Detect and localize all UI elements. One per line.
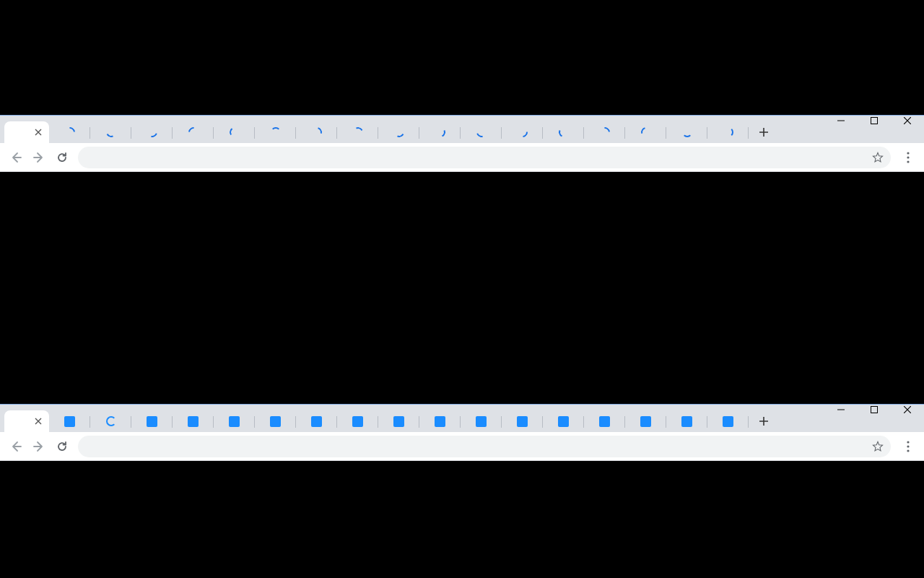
tab-active[interactable] — [4, 121, 49, 143]
maximize-icon — [871, 117, 878, 124]
tab[interactable] — [625, 410, 666, 432]
kebab-menu-icon — [907, 152, 910, 163]
tab[interactable] — [543, 410, 584, 432]
tab-loading[interactable] — [461, 121, 502, 143]
tab[interactable] — [173, 410, 214, 432]
arrow-right-icon — [32, 440, 45, 453]
tab-loading[interactable] — [502, 121, 543, 143]
loading-spinner-icon — [228, 126, 240, 138]
loading-spinner-icon — [434, 126, 447, 139]
loading-spinner-icon — [393, 126, 406, 139]
tab-loading[interactable] — [337, 121, 378, 143]
tab[interactable] — [49, 410, 90, 432]
close-icon — [904, 117, 911, 124]
browser-window-bottom — [0, 404, 924, 461]
favicon-icon — [640, 416, 651, 427]
reload-button[interactable] — [51, 146, 74, 169]
tab-loading[interactable] — [131, 121, 173, 143]
svg-rect-0 — [871, 118, 878, 124]
minimize-button[interactable] — [824, 116, 858, 126]
tab-loading[interactable] — [214, 121, 255, 143]
loading-spinner-icon — [557, 126, 570, 139]
tab-loading[interactable] — [296, 121, 337, 143]
tab[interactable] — [707, 410, 749, 432]
maximize-icon — [871, 406, 878, 413]
loading-spinner-icon — [310, 125, 323, 139]
tab-loading[interactable] — [255, 121, 296, 143]
svg-point-5 — [907, 441, 909, 443]
tab-loading[interactable] — [90, 121, 131, 143]
toolbar — [0, 143, 924, 172]
favicon-icon — [270, 416, 281, 427]
menu-button[interactable] — [897, 146, 920, 169]
tab-loading[interactable] — [666, 121, 707, 143]
tab-loading[interactable] — [707, 121, 749, 143]
favicon-icon — [599, 416, 610, 427]
tab-loading[interactable] — [543, 121, 584, 143]
tab-loading[interactable] — [90, 410, 131, 432]
forward-button[interactable] — [27, 435, 51, 458]
bookmark-star-icon[interactable] — [872, 441, 884, 452]
maximize-button[interactable] — [858, 116, 891, 126]
back-button[interactable] — [4, 146, 27, 169]
address-bar[interactable] — [78, 436, 891, 457]
favicon-icon — [311, 416, 322, 427]
reload-button[interactable] — [51, 435, 74, 458]
toolbar — [0, 432, 924, 461]
favicon-icon — [352, 416, 363, 427]
tab-loading[interactable] — [625, 121, 666, 143]
tab[interactable] — [666, 410, 707, 432]
loading-spinner-icon — [63, 125, 77, 139]
address-bar[interactable] — [78, 147, 891, 168]
close-window-button[interactable] — [891, 405, 924, 415]
tab[interactable] — [255, 410, 296, 432]
tab[interactable] — [337, 410, 378, 432]
favicon-icon — [723, 416, 733, 427]
close-window-button[interactable] — [891, 116, 924, 126]
tab-loading[interactable] — [49, 121, 90, 143]
forward-button[interactable] — [27, 146, 51, 169]
tab-loading[interactable] — [173, 121, 214, 143]
maximize-button[interactable] — [858, 405, 891, 415]
bookmark-star-icon[interactable] — [872, 152, 884, 163]
tab[interactable] — [502, 410, 543, 432]
svg-rect-4 — [871, 407, 878, 413]
close-icon — [904, 406, 911, 413]
back-button[interactable] — [4, 435, 27, 458]
favicon-icon — [229, 416, 240, 427]
menu-button[interactable] — [897, 435, 920, 458]
plus-icon — [759, 416, 769, 426]
window-controls — [824, 405, 924, 415]
loading-spinner-icon — [145, 125, 159, 139]
tab-loading[interactable] — [584, 121, 625, 143]
tab-loading[interactable] — [419, 121, 461, 143]
tab-active[interactable] — [4, 410, 49, 432]
favicon-icon — [681, 416, 692, 427]
tab[interactable] — [584, 410, 625, 432]
new-tab-button[interactable] — [753, 121, 775, 143]
arrow-left-icon — [9, 440, 22, 453]
tab[interactable] — [461, 410, 502, 432]
minimize-button[interactable] — [824, 405, 858, 415]
tab[interactable] — [419, 410, 461, 432]
favicon-icon — [476, 416, 487, 427]
favicon-icon — [393, 416, 404, 427]
loading-spinner-icon — [515, 125, 530, 139]
tab-close-icon[interactable] — [35, 418, 42, 425]
favicon-icon — [188, 416, 199, 427]
favicon-icon — [435, 416, 445, 427]
favicon-icon — [64, 416, 75, 427]
window-controls — [824, 116, 924, 126]
favicon-icon — [558, 416, 569, 427]
minimize-icon — [837, 117, 845, 124]
tab-loading[interactable] — [378, 121, 419, 143]
tab-close-icon[interactable] — [35, 129, 42, 136]
new-tab-button[interactable] — [753, 410, 775, 432]
loading-spinner-icon — [186, 125, 201, 139]
tab[interactable] — [214, 410, 255, 432]
tab[interactable] — [378, 410, 419, 432]
tab[interactable] — [296, 410, 337, 432]
loading-spinner-icon — [352, 126, 365, 139]
tab[interactable] — [131, 410, 173, 432]
loading-spinner-icon — [271, 127, 281, 137]
